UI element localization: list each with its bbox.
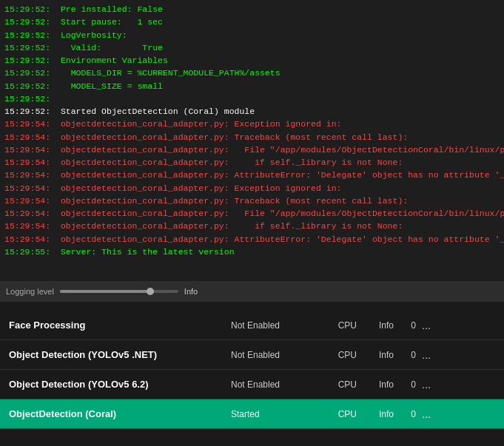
logging-level-value: Info xyxy=(184,287,198,296)
module-dots-0[interactable]: ... xyxy=(416,320,431,331)
logging-bar: Logging level Info xyxy=(0,281,504,302)
log-line-17: 15:29:54: objectdetection_coral_adapter.… xyxy=(4,220,500,232)
logging-slider-track[interactable] xyxy=(60,290,178,293)
module-count-1: 0 xyxy=(394,350,416,360)
module-name-2: Object Detection (YOLOv5 6.2) xyxy=(9,379,231,390)
module-status-3: Started xyxy=(231,409,320,419)
module-count-3: 0 xyxy=(394,409,416,419)
log-line-5: 15:29:52: MODELS_DIR = %CURRENT_MODULE_P… xyxy=(4,67,500,79)
log-line-6: 15:29:52: MODEL_SIZE = small xyxy=(4,80,500,92)
module-status-1: Not Enabled xyxy=(231,350,320,360)
spacer xyxy=(0,302,504,311)
module-cpu-0: CPU xyxy=(320,320,357,331)
log-line-16: 15:29:54: objectdetection_coral_adapter.… xyxy=(4,207,500,220)
log-line-14: 15:29:54: objectdetection_coral_adapter.… xyxy=(4,182,500,195)
module-name-0: Face Processing xyxy=(9,320,231,331)
log-line-4: 15:29:52: Environment Variables xyxy=(4,54,500,67)
log-line-13: 15:29:54: objectdetection_coral_adapter.… xyxy=(4,169,500,181)
log-line-3: 15:29:52: Valid: True xyxy=(4,41,500,54)
module-name-3: ObjectDetection (Coral) xyxy=(9,408,231,419)
log-line-11: 15:29:54: objectdetection_coral_adapter.… xyxy=(4,143,500,156)
module-dots-2[interactable]: ... xyxy=(416,379,431,391)
log-line-10: 15:29:54: objectdetection_coral_adapter.… xyxy=(4,131,500,143)
log-line-12: 15:29:54: objectdetection_coral_adapter.… xyxy=(4,156,500,169)
module-info-0: Info xyxy=(357,320,394,331)
module-status-2: Not Enabled xyxy=(231,379,320,390)
module-row-3[interactable]: ObjectDetection (Coral)StartedCPUInfo0..… xyxy=(0,399,504,429)
module-info-3: Info xyxy=(357,409,394,419)
module-dots-3[interactable]: ... xyxy=(416,408,431,420)
log-line-0: 15:29:52: Pre installed: False xyxy=(4,3,500,16)
log-line-18: 15:29:54: objectdetection_coral_adapter.… xyxy=(4,233,500,246)
logging-slider-thumb xyxy=(147,288,154,295)
module-info-2: Info xyxy=(357,379,394,390)
log-line-19: 15:29:55: Server: This is the latest ver… xyxy=(4,246,500,258)
module-row-2[interactable]: Object Detection (YOLOv5 6.2)Not Enabled… xyxy=(0,370,504,399)
log-line-2: 15:29:52: LogVerbosity: xyxy=(4,29,500,41)
log-line-8: 15:29:52: Started ObjectDetection (Coral… xyxy=(4,105,500,118)
logging-level-label: Logging level xyxy=(6,287,54,296)
log-line-15: 15:29:54: objectdetection_coral_adapter.… xyxy=(4,195,500,207)
module-info-1: Info xyxy=(357,350,394,360)
module-cpu-1: CPU xyxy=(320,350,357,360)
log-line-7: 15:29:52: xyxy=(4,92,500,105)
module-cpu-2: CPU xyxy=(320,379,357,390)
module-dots-1[interactable]: ... xyxy=(416,349,431,361)
log-panel[interactable]: 15:29:52: Pre installed: False15:29:52: … xyxy=(0,0,504,281)
logging-slider-fill xyxy=(60,290,149,293)
log-line-1: 15:29:52: Start pause: 1 sec xyxy=(4,16,500,28)
module-count-2: 0 xyxy=(394,379,416,390)
module-row-1[interactable]: Object Detection (YOLOv5 .NET)Not Enable… xyxy=(0,340,504,370)
module-row-0[interactable]: Face ProcessingNot EnabledCPUInfo0... xyxy=(0,311,504,340)
module-count-0: 0 xyxy=(394,320,416,331)
module-cpu-3: CPU xyxy=(320,409,357,419)
module-status-0: Not Enabled xyxy=(231,320,320,331)
module-name-1: Object Detection (YOLOv5 .NET) xyxy=(9,349,231,360)
module-list: Face ProcessingNot EnabledCPUInfo0...Obj… xyxy=(0,311,504,429)
log-line-9: 15:29:54: objectdetection_coral_adapter.… xyxy=(4,118,500,130)
